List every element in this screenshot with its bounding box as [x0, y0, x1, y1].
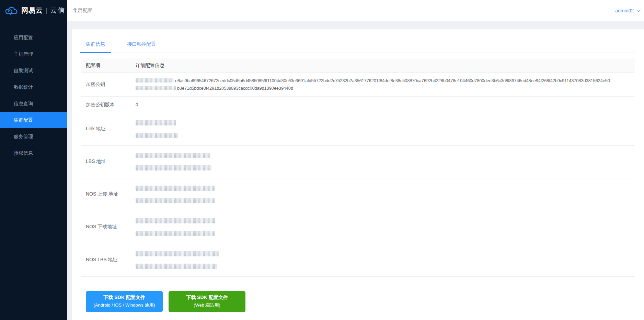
button-sublabel: (Web 端适用): [174, 302, 240, 308]
row-value: [136, 251, 635, 269]
tab-cluster-info[interactable]: 集群信息: [80, 38, 111, 53]
redacted-value: [136, 120, 176, 125]
top-bar: 集群配置 admin02: [67, 0, 644, 21]
row-label: 加密公钥: [86, 81, 136, 88]
row-label: 加密公钥版本: [86, 102, 136, 108]
sidebar-item-cluster-config[interactable]: 集群配置: [0, 112, 67, 128]
sidebar-item-host-management[interactable]: 主机管理: [0, 46, 67, 62]
main-area: 集群配置 admin02 集群信息 接口频控配置 配置项 详细配置信息: [67, 0, 644, 320]
table-row-key-version: 加密公钥版本 0: [81, 97, 635, 113]
tab-rate-limit-config[interactable]: 接口频控配置: [121, 38, 162, 53]
sidebar-item-self-test[interactable]: 自助测试: [0, 62, 67, 79]
chevron-down-icon: [636, 8, 641, 12]
sidebar-item-license-info[interactable]: 授权信息: [0, 145, 67, 161]
redacted-value: [136, 86, 176, 90]
table-row-lbs-address: LBS 地址: [81, 146, 635, 178]
user-menu[interactable]: admin02: [615, 8, 639, 13]
sidebar-nav: 应用配置 主机管理 自助测试 数据统计 信息查询 集群配置 服务管理 授权信息: [0, 29, 67, 161]
row-label: Link 地址: [86, 126, 136, 132]
public-key-text: e6ac9ba69654672672ceddc05d5b6d45850859f1…: [175, 78, 610, 83]
table-row-nos-upload-address: NOS 上传 地址: [81, 178, 635, 211]
sidebar-item-info-query[interactable]: 信息查询: [0, 95, 67, 112]
page-title: 集群配置: [73, 8, 92, 14]
table-row-nos-lbs-address: NOS LBS 地址: [81, 244, 635, 277]
download-sdk-config-native-button[interactable]: 下载 SDK 配置文件 (Android / iOS / Windows 通用): [86, 291, 163, 312]
row-value: e6ac9ba69654672672ceddc05d5b6d45850859f1…: [136, 77, 635, 92]
brand-logo[interactable]: 网易云 | 云信: [0, 0, 67, 21]
sidebar: 网易云 | 云信 应用配置 主机管理 自助测试 数据统计 信息查询 集群配置 服…: [0, 0, 67, 320]
row-label: NOS 下载地址: [86, 224, 136, 230]
redacted-value: [136, 133, 178, 138]
button-sublabel: (Android / iOS / Windows 通用): [91, 302, 157, 308]
table-row-public-key: 加密公钥 e6ac9ba69654672672ceddc05d5b6d45850…: [81, 73, 635, 97]
download-buttons: 下载 SDK 配置文件 (Android / iOS / Windows 通用)…: [86, 291, 644, 312]
public-key-text: b3e71d5bdce3f4291d20538893cacdc00da9d139…: [177, 86, 293, 91]
tab-bar: 集群信息 接口频控配置: [80, 38, 635, 53]
public-key-line-1: e6ac9ba69654672672ceddc05d5b6d45850859f1…: [136, 77, 635, 85]
button-label: 下载 SDK 配置文件: [91, 295, 157, 301]
cloud-icon: [4, 5, 19, 16]
button-label: 下载 SDK 配置文件: [174, 295, 240, 301]
redacted-value: [136, 198, 215, 203]
cluster-config-card: 集群信息 接口频控配置 配置项 详细配置信息 加密公钥 e6ac9ba69654…: [72, 29, 644, 320]
column-header-config-detail: 详细配置信息: [136, 63, 635, 69]
redacted-value: [136, 251, 219, 256]
public-key-line-2: b3e71d5bdce3f4291d20538893cacdc00da9d139…: [136, 85, 635, 92]
row-value: [136, 153, 635, 170]
row-value: [136, 218, 635, 236]
content-area: 集群信息 接口频控配置 配置项 详细配置信息 加密公钥 e6ac9ba69654…: [67, 21, 644, 320]
row-label: NOS 上传 地址: [86, 191, 136, 197]
row-value: 0: [136, 102, 635, 107]
username: admin02: [615, 8, 634, 13]
redacted-value: [136, 231, 215, 236]
column-header-config-item: 配置项: [86, 63, 136, 69]
row-value: [136, 185, 635, 203]
brand-name: 网易云: [21, 6, 43, 15]
table-row-nos-download-address: NOS 下载地址: [81, 211, 635, 244]
table-header: 配置项 详细配置信息: [81, 58, 635, 73]
table-row-link-address: Link 地址: [81, 113, 635, 146]
redacted-value: [136, 264, 217, 269]
brand-divider: |: [46, 7, 47, 14]
app-window: 网易云 | 云信 应用配置 主机管理 自助测试 数据统计 信息查询 集群配置 服…: [0, 0, 644, 320]
redacted-value: [136, 78, 174, 82]
redacted-value: [136, 153, 210, 158]
sidebar-item-data-stats[interactable]: 数据统计: [0, 79, 67, 95]
sidebar-item-service-management[interactable]: 服务管理: [0, 128, 67, 145]
download-sdk-config-web-button[interactable]: 下载 SDK 配置文件 (Web 端适用): [169, 291, 245, 312]
row-label: NOS LBS 地址: [86, 257, 136, 263]
config-table: 配置项 详细配置信息 加密公钥 e6ac9ba69654672672ceddc0…: [81, 58, 635, 277]
redacted-value: [136, 218, 215, 223]
row-label: LBS 地址: [86, 158, 136, 165]
brand-product: 云信: [50, 6, 65, 15]
sidebar-item-app-config[interactable]: 应用配置: [0, 29, 67, 46]
redacted-value: [136, 186, 215, 191]
row-value: [136, 120, 635, 138]
redacted-value: [136, 165, 212, 170]
